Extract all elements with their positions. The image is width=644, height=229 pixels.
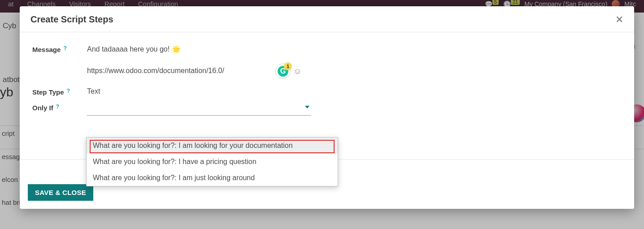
modal-create-script-steps: Create Script Steps ✕ Message ? And tada… [20,6,634,209]
dropdown-option-documentation[interactable]: What are you looking for?: I am looking … [87,138,338,154]
message-value[interactable]: And tadaaaa here you go! 🌟 https://www.o… [87,45,622,75]
field-only-if: Only If ? [32,103,622,116]
dropdown-option-looking-around[interactable]: What are you looking for?: I am just loo… [87,170,338,186]
label-step-type: Step Type [32,88,64,96]
only-if-dropdown: What are you looking for?: I am looking … [86,137,338,186]
message-line-1: And tadaaaa here you go! 🌟 [87,45,622,53]
chat-badge: 5 [492,0,499,5]
modal-body: Message ? And tadaaaa here you go! 🌟 htt… [20,32,634,178]
only-if-input[interactable] [87,103,311,116]
help-icon[interactable]: ? [67,88,70,94]
close-icon[interactable]: ✕ [615,15,623,25]
grammarly-icon[interactable]: G 1 [275,64,291,79]
modal-header: Create Script Steps ✕ [20,6,634,32]
dropdown-option-pricing[interactable]: What are you looking for?: I have a pric… [87,154,338,170]
chevron-down-icon[interactable] [305,106,309,108]
grammarly-count: 1 [284,62,292,70]
emoji-picker-icon[interactable]: ☺ [293,67,301,76]
step-type-value[interactable]: Text [87,87,622,95]
activity-badge: 21 [511,0,520,5]
help-icon[interactable]: ? [64,45,67,52]
help-icon[interactable]: ? [56,104,59,110]
label-message: Message [32,46,61,53]
field-step-type: Step Type ? Text [32,87,622,96]
field-message: Message ? And tadaaaa here you go! 🌟 htt… [32,45,622,75]
message-line-2: https://www.odoo.com/documentation/16.0/ [87,67,622,75]
modal-title: Create Script Steps [30,14,113,25]
label-only-if: Only If [32,104,53,112]
save-and-close-button[interactable]: SAVE & CLOSE [28,184,93,201]
nav-home-cut: at [8,0,14,8]
